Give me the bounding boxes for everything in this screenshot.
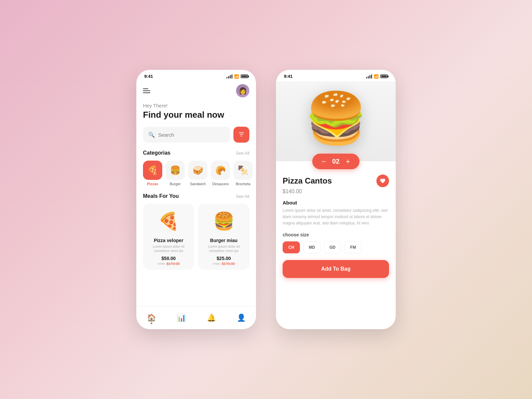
size-gd[interactable]: GD [324,241,341,253]
greeting-main: Find your meal now [143,110,249,120]
filter-button[interactable] [233,127,249,143]
meal-antes-label-pizza: Antes [158,262,165,265]
status-time-1: 9:41 [144,74,153,79]
meal-image-pizza: 🍕 [154,208,184,234]
signal-icon-1 [226,74,232,78]
phone-home: 9:41 📶 👩 Hey There! Find your meal now [136,70,256,329]
size-row: CH MD GD FM [283,241,389,253]
avatar-emoji: 👩 [239,87,247,95]
wifi-icon-1: 📶 [234,74,239,79]
meal-old-price-pizza: $170.00 [167,262,180,266]
about-text: Lorem ipsum dolor sit amet, consetetur s… [283,207,389,227]
wifi-icon-2: 📶 [374,74,379,79]
meal-name-pizza: Pizza veloper [154,238,184,243]
stats-icon: 📊 [177,314,186,322]
greeting-section: Hey There! Find your meal now [143,103,249,120]
categories-title: Categorias [143,150,171,156]
bell-icon: 🔔 [207,314,216,322]
meal-image-burger: 🍔 [209,208,239,234]
header-row: 👩 [143,81,249,103]
size-ch[interactable]: CH [283,241,300,253]
meal-price-burger: $25.00 [217,256,231,261]
detail-name: Pizza Cantos [283,176,332,186]
detail-hero: 🍔 − 02 + [276,81,396,161]
status-bar-2: 9:41 📶 [276,70,396,81]
detail-screen: 🍔 − 02 + Pizza Cantos $140.00 About Lore… [276,81,396,326]
category-icon-sandwich: 🥪 [188,161,207,180]
status-icons-1: 📶 [226,74,248,79]
quantity-minus-button[interactable]: − [322,158,326,165]
size-md[interactable]: MD [303,241,321,253]
meal-card-burger[interactable]: 🍔 Burger miau Lorem ipsum dolor sit cons… [198,204,249,270]
add-to-bag-button[interactable]: Add To Bag [283,260,389,278]
burger-image: 🍔 [305,93,367,143]
detail-body: Pizza Cantos $140.00 About Lorem ipsum d… [276,161,396,326]
nav-active-dot [151,323,152,324]
home-icon: 🏠 [147,314,156,322]
category-item-burger[interactable]: 🍔 Burger [166,161,185,186]
svg-rect-0 [239,133,244,133]
signal-icon-2 [366,74,372,78]
greeting-sub: Hey There! [143,103,249,108]
about-title: About [283,200,389,205]
category-label-burger: Burger [170,182,181,186]
search-input-wrap[interactable]: 🔍 [143,127,230,143]
category-label-desayuno: Desayuno [212,182,229,186]
detail-title-row: Pizza Cantos [283,175,389,187]
meal-price-pizza: $50.00 [162,256,176,261]
meal-name-burger: Burger miau [210,238,237,243]
nav-notifications[interactable]: 🔔 [207,314,216,322]
size-title: choose size [283,232,389,237]
status-bar-1: 9:41 📶 [136,70,256,81]
meal-card-pizza[interactable]: 🍕 Pizza veloper Lorem ipsum dolor sit co… [143,204,194,270]
status-icons-2: 📶 [366,74,388,79]
battery-icon-2 [380,74,388,78]
category-icon-brocheta: 🍢 [233,161,253,180]
category-item-pizzas[interactable]: 🍕 Pizzas [143,161,162,186]
svg-rect-1 [240,134,243,135]
menu-icon[interactable] [143,88,150,93]
search-input[interactable] [158,132,225,138]
filter-icon [238,131,245,138]
nav-home[interactable]: 🏠 [147,314,156,322]
meal-old-price-burger: $170.00 [222,262,235,266]
bottom-nav: 🏠 📊 🔔 👤 [136,306,256,329]
meal-desc-pizza: Lorem ipsum dolor sit consetetur orem ip… [147,244,190,253]
meals-title: Meals For You [143,193,179,199]
status-time-2: 9:41 [284,74,293,79]
category-label-pizzas: Pizzas [147,182,158,186]
category-label-brocheta: Brocheta [236,182,250,186]
category-item-sandwich[interactable]: 🥪 Sandwich [188,161,207,186]
nav-profile[interactable]: 👤 [237,314,246,322]
favorite-button[interactable] [376,175,389,187]
svg-rect-2 [241,136,242,137]
screen-home: 👩 Hey There! Find your meal now 🔍 [136,81,256,326]
search-row: 🔍 [143,127,249,143]
categories-see-all[interactable]: See All [236,151,249,156]
heart-icon [380,178,386,184]
meals-header: Meals For You See All [143,193,249,199]
category-item-brocheta[interactable]: 🍢 Brocheta [233,161,253,186]
category-label-sandwich: Sandwich [190,182,206,186]
category-item-desayuno[interactable]: 🥐 Desayuno [211,161,230,186]
quantity-value: 02 [331,158,340,165]
category-icon-burger: 🍔 [166,161,185,180]
avatar[interactable]: 👩 [236,84,249,97]
detail-price: $140.00 [283,189,389,195]
profile-icon: 👤 [237,314,246,322]
categories-row: 🍕 Pizzas 🍔 Burger 🥪 Sandwich 🥐 Desayuno … [143,161,249,186]
nav-stats[interactable]: 📊 [177,314,186,322]
meal-desc-burger: Lorem ipsum dolor sit consetetur orem ip… [202,244,245,253]
meals-see-all[interactable]: See All [236,194,249,199]
categories-header: Categorias See All [143,150,249,156]
category-icon-pizzas: 🍕 [143,161,162,180]
category-icon-desayuno: 🥐 [211,161,230,180]
search-icon: 🔍 [148,132,155,138]
battery-icon-1 [241,74,248,78]
phone-detail: 9:41 📶 🍔 − 02 + Pizza Cantos [276,70,396,329]
size-fm[interactable]: FM [344,241,362,253]
quantity-plus-button[interactable]: + [346,158,350,165]
meal-antes-label-burger: Antes [213,262,220,265]
quantity-control: − 02 + [312,154,359,169]
meals-row: 🍕 Pizza veloper Lorem ipsum dolor sit co… [143,204,249,270]
